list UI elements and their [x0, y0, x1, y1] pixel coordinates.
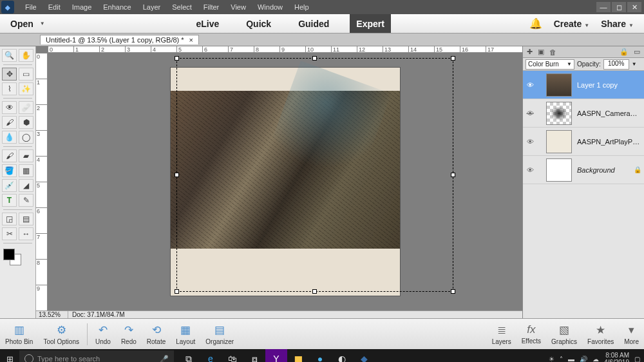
layer-row[interactable]: 👁 AASPN_ArtPlayPal... [523, 128, 644, 156]
menu-view[interactable]: View [225, 3, 252, 11]
tray-onedrive-icon[interactable]: ☁ [592, 356, 599, 363]
layer-name[interactable]: AASPN_ArtPlayPal... [574, 138, 641, 146]
visibility-icon[interactable]: 👁 [526, 138, 535, 146]
zoom-tool[interactable]: 🔍 [2, 49, 17, 62]
menu-help[interactable]: Help [289, 3, 315, 11]
pse-icon[interactable]: ◆ [353, 349, 375, 362]
shape-tool[interactable]: ◢ [19, 179, 33, 192]
layer-row[interactable]: 👁 Background 🔒 [523, 156, 644, 184]
opacity-input[interactable]: 100% [603, 59, 629, 70]
menu-layer[interactable]: Layer [137, 3, 167, 11]
new-layer-icon[interactable]: ✚ [527, 48, 533, 56]
dropbox-icon[interactable]: ⧈ [243, 349, 265, 362]
clone-stamp-tool[interactable]: ⬢ [19, 116, 33, 129]
app-icon-blue[interactable]: ● [309, 349, 331, 362]
visibility-icon[interactable]: 👁 [526, 166, 535, 174]
blur-tool[interactable]: 💧 [2, 131, 17, 144]
blend-mode-dropdown[interactable]: Color Burn▼ [526, 59, 574, 70]
canvas[interactable] [48, 53, 522, 310]
brush-tool[interactable]: 🖌 [2, 149, 17, 162]
effects-button[interactable]: fxEffects [516, 323, 546, 345]
menu-select[interactable]: Select [166, 3, 198, 11]
task-view-icon[interactable]: ⧉ [178, 349, 200, 362]
visibility-icon[interactable]: 👁 [526, 110, 535, 117]
chrome-icon[interactable]: ◐ [331, 349, 353, 362]
favorites-button[interactable]: ★Favorites [582, 323, 619, 345]
open-button[interactable]: Open▼ [4, 17, 52, 30]
share-menu[interactable]: Share▼ [601, 19, 634, 29]
layers-button[interactable]: ≣Layers [487, 323, 516, 345]
tray-network-icon[interactable]: ▬ [568, 356, 574, 363]
more-button[interactable]: ▾More [619, 323, 644, 345]
undo-button[interactable]: ↶Undo [90, 323, 116, 345]
visibility-icon[interactable]: 👁 [526, 81, 535, 89]
menu-edit[interactable]: Edit [43, 3, 66, 11]
delete-layer-icon[interactable]: 🗑 [549, 48, 556, 56]
panel-menu-icon[interactable]: ▭ [634, 48, 640, 56]
type-tool[interactable]: T [2, 194, 17, 207]
layer-name[interactable]: AASPN_CameraFo... [574, 110, 641, 117]
straighten-tool[interactable]: ↔ [19, 227, 33, 240]
menu-file[interactable]: File [19, 3, 43, 11]
marquee-tool[interactable]: ▭ [19, 68, 33, 81]
tool-options-button[interactable]: ⚙Tool Options [38, 323, 84, 345]
menu-filter[interactable]: Filter [198, 3, 225, 11]
layer-name[interactable]: Background [574, 166, 631, 174]
store-icon[interactable]: 🛍 [222, 349, 243, 362]
pencil-tool[interactable]: ✎ [19, 194, 33, 207]
tray-chevron-icon[interactable]: ˄ [560, 356, 563, 363]
recompose-tool[interactable]: ▤ [19, 213, 33, 225]
hand-tool[interactable]: ✋ [19, 49, 33, 62]
menu-image[interactable]: Image [66, 3, 98, 11]
window-minimize[interactable]: — [596, 2, 611, 12]
explorer-icon[interactable]: ▆ [287, 349, 309, 362]
eraser-tool[interactable]: ▰ [19, 149, 33, 162]
color-swatch[interactable] [3, 249, 21, 265]
sponge-tool[interactable]: ◯ [19, 131, 33, 144]
healing-tool[interactable]: 🩹 [19, 101, 33, 114]
layer-thumbnail[interactable] [546, 158, 572, 182]
zoom-level[interactable]: 13.52% [36, 311, 68, 318]
lasso-tool[interactable]: ⌇ [2, 82, 17, 95]
close-tab-icon[interactable]: × [189, 36, 193, 44]
taskbar-search[interactable]: Type here to search 🎤 [19, 350, 174, 362]
layer-thumbnail[interactable] [546, 102, 572, 125]
layer-thumbnail[interactable] [546, 130, 572, 153]
crop-tool[interactable]: ◲ [2, 213, 17, 225]
tray-weather-icon[interactable]: ☀ [549, 356, 554, 363]
mic-icon[interactable]: 🎤 [160, 355, 169, 363]
notifications-icon[interactable]: 🔔 [529, 17, 542, 30]
menu-window[interactable]: Window [252, 3, 289, 11]
redeye-tool[interactable]: 👁 [2, 101, 17, 114]
document-tab[interactable]: Untitled-1 @ 13.5% (Layer 1 copy, RGB/8)… [40, 35, 199, 44]
mode-elive[interactable]: eLive [189, 14, 225, 33]
layer-name[interactable]: Layer 1 copy [574, 81, 641, 89]
notifications-tray-icon[interactable]: ▢ [634, 356, 640, 363]
eyedropper-tool[interactable]: 💉 [2, 179, 17, 192]
paint-bucket-tool[interactable]: 🪣 [2, 164, 17, 177]
layer-row[interactable]: 👁 AASPN_CameraFo... [523, 99, 644, 128]
edge-icon[interactable]: e [200, 349, 222, 362]
layer-thumbnail[interactable] [546, 73, 572, 97]
tray-volume-icon[interactable]: 🔊 [580, 356, 587, 363]
graphics-button[interactable]: ▧Graphics [546, 323, 582, 345]
redo-button[interactable]: ↷Redo [116, 323, 142, 345]
mode-expert[interactable]: Expert [350, 14, 391, 33]
mode-quick[interactable]: Quick [240, 14, 278, 33]
rotate-button[interactable]: ⟲Rotate [142, 323, 171, 345]
organizer-button[interactable]: ▤Organizer [200, 323, 239, 345]
yahoo-icon[interactable]: Y [265, 349, 287, 362]
mode-guided[interactable]: Guided [292, 14, 336, 33]
smart-brush-tool[interactable]: 🖌 [2, 116, 17, 129]
gradient-tool[interactable]: ▦ [19, 164, 33, 177]
taskbar-clock[interactable]: 8:08 AM4/6/2019 [604, 352, 629, 362]
lock-icon[interactable]: 🔒 [620, 48, 629, 56]
layout-button[interactable]: ▦Layout [171, 323, 200, 345]
create-menu[interactable]: Create▼ [554, 19, 590, 29]
window-maximize[interactable]: ◻ [612, 2, 626, 12]
layer-row[interactable]: 👁 Layer 1 copy [523, 71, 644, 99]
move-tool[interactable]: ✥ [2, 68, 17, 81]
new-group-icon[interactable]: ▣ [538, 48, 544, 56]
photo-bin-button[interactable]: ▥Photo Bin [0, 323, 38, 345]
start-button[interactable]: ⊞ [0, 349, 19, 362]
